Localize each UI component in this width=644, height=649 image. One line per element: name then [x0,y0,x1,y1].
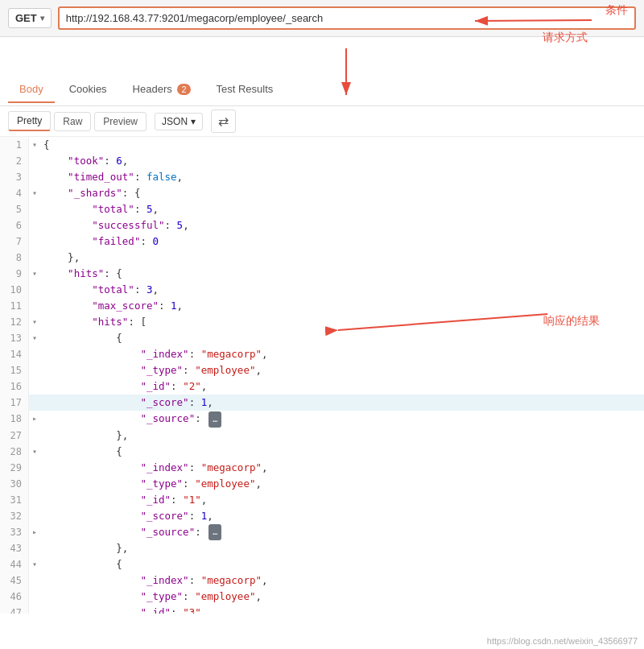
code-line: 47 "_id": "3", [0,605,644,614]
line-number: 15 [0,362,29,378]
fold-arrow[interactable]: ▸ [29,411,40,428]
line-number: 28 [0,444,29,460]
code-line: 10 "total": 3, [0,282,644,298]
method-selector[interactable]: GET ▾ [8,8,52,28]
fold-arrow [29,217,40,234]
line-number: 1 [0,137,29,153]
code-content: "failed": 0 [40,234,644,250]
line-number: 17 [0,395,29,411]
code-content: { [40,330,644,346]
fold-arrow [29,378,40,395]
url-input[interactable] [58,6,636,30]
code-content: "hits": [ [40,314,644,330]
fold-arrow [29,298,40,314]
code-line: 8 }, [0,250,644,266]
code-content: "_score": 1, [40,508,644,524]
code-line: 29 "_index": "megacorp", [0,460,644,476]
code-line: 4▾ "_shards": { [0,185,644,201]
line-number: 27 [0,428,29,444]
line-number: 31 [0,492,29,508]
wrap-icon: ⇄ [218,114,229,128]
code-line: 33▸ "_source": … [0,524,644,541]
preview-button[interactable]: Preview [94,112,147,131]
code-line: 7 "failed": 0 [0,234,644,250]
tab-body[interactable]: Body [8,76,55,103]
fold-arrow [29,362,40,378]
line-number: 10 [0,282,29,298]
code-content: "_index": "megacorp", [40,573,644,589]
fold-arrow [29,589,40,605]
tabs-row: Body Cookies Headers 2 Test Results [0,74,644,106]
fold-arrow[interactable]: ▾ [29,137,40,153]
fold-arrow[interactable]: ▸ [29,524,40,541]
method-chevron: ▾ [40,14,44,23]
headers-badge: 2 [177,84,190,95]
raw-button[interactable]: Raw [54,112,91,131]
line-number: 9 [0,266,29,282]
fold-arrow[interactable]: ▾ [29,330,40,346]
line-number: 4 [0,185,29,201]
code-line: 15 "_type": "employee", [0,362,644,378]
line-number: 12 [0,314,29,330]
pretty-button[interactable]: Pretty [8,111,51,131]
watermark: https://blog.csdn.net/weixin_43566977 [487,636,638,646]
line-number: 18 [0,411,29,428]
fold-arrow [29,169,40,185]
code-content: "hits": { [40,266,644,282]
fold-arrow [29,508,40,524]
format-row: Pretty Raw Preview JSON ▾ ⇄ [0,106,644,137]
fold-arrow [29,476,40,492]
code-content: "_shards": { [40,185,644,201]
line-number: 47 [0,605,29,614]
code-content: }, [40,540,644,556]
fold-arrow[interactable]: ▾ [29,266,40,282]
code-content: "_id": "1", [40,492,644,508]
code-content: }, [40,250,644,266]
fold-arrow [29,492,40,508]
code-line: 44▾ { [0,556,644,573]
code-line: 16 "_id": "2", [0,378,644,395]
tab-test-results[interactable]: Test Results [205,76,285,103]
code-content: "successful": 5, [40,217,644,234]
line-number: 3 [0,169,29,185]
fold-arrow[interactable]: ▾ [29,314,40,330]
code-line: 6 "successful": 5, [0,217,644,234]
code-area[interactable]: 1▾{2 "took": 6,3 "timed_out": false,4▾ "… [0,137,644,614]
code-content: "_score": 1, [40,395,644,411]
fold-arrow[interactable]: ▾ [29,185,40,201]
code-line: 14 "_index": "megacorp", [0,346,644,362]
code-line: 9▾ "hits": { [0,266,644,282]
code-line: 17 "_score": 1, [0,395,644,411]
code-line: 5 "total": 5, [0,201,644,217]
code-content: "_id": "2", [40,378,644,395]
code-content: "total": 5, [40,201,644,217]
fold-arrow [29,282,40,298]
code-line: 27 }, [0,428,644,444]
code-content: "_index": "megacorp", [40,460,644,476]
code-content: "_source": … [40,524,644,541]
fold-arrow[interactable]: ▾ [29,444,40,460]
wrap-button[interactable]: ⇄ [211,110,236,133]
code-line: 18▸ "_source": … [0,411,644,428]
code-content: }, [40,428,644,444]
json-format-selector[interactable]: JSON ▾ [155,113,203,130]
line-number: 33 [0,524,29,541]
code-content: "_index": "megacorp", [40,346,644,362]
code-line: 45 "_index": "megacorp", [0,573,644,589]
tab-cookies[interactable]: Cookies [58,76,118,103]
tab-headers[interactable]: Headers 2 [122,76,202,103]
fold-arrow[interactable]: ▾ [29,556,40,573]
fold-arrow [29,234,40,250]
fold-arrow [29,428,40,444]
page-wrapper: GET ▾ 条件 请求方式 [0,0,644,649]
code-line: 32 "_score": 1, [0,508,644,524]
code-content: "max_score": 1, [40,298,644,314]
fold-arrow [29,153,40,169]
code-content: "_id": "3", [40,605,644,614]
fold-arrow [29,605,40,614]
code-content: "_type": "employee", [40,476,644,492]
code-line: 46 "_type": "employee", [0,589,644,605]
code-content: "took": 6, [40,153,644,169]
line-number: 8 [0,250,29,266]
fold-arrow [29,460,40,476]
